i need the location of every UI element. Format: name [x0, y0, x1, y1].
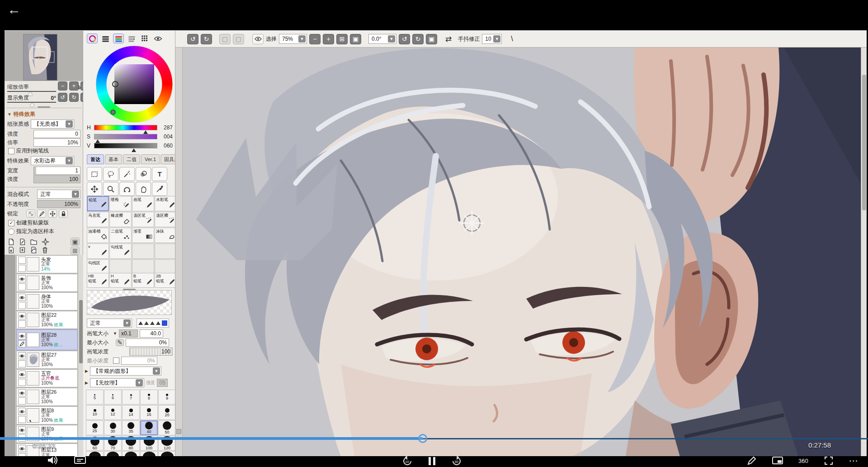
- rotate-cw-icon[interactable]: ↻: [412, 34, 424, 44]
- forward-30-icon[interactable]: 30: [451, 455, 462, 467]
- apply-pen-row[interactable]: 应用到钢笔线: [8, 147, 49, 155]
- zoom-icon[interactable]: [103, 182, 118, 196]
- color-mixer-icon[interactable]: [126, 33, 137, 43]
- tool-tab[interactable]: Ver.1: [141, 154, 160, 164]
- rotate-icon[interactable]: [119, 182, 135, 196]
- lock-move-icon[interactable]: [48, 210, 57, 218]
- layer-row[interactable]: 身体 正常 100%: [16, 292, 78, 310]
- brush-size-12[interactable]: 12: [104, 405, 122, 420]
- tip-shape-triangle[interactable]: [156, 321, 160, 325]
- apply-layer-icon[interactable]: [30, 246, 38, 256]
- layer-row[interactable]: 图层28 正常 100% 效...: [16, 329, 78, 350]
- brush-size-16[interactable]: 16: [140, 405, 158, 420]
- layer-thumbnail[interactable]: [27, 294, 39, 309]
- layer-pencil-slot[interactable]: [18, 283, 26, 291]
- clip-mask-checkbox[interactable]: ✓: [8, 220, 14, 226]
- layer-row[interactable]: 图层22 正常 100% 效果: [16, 311, 78, 329]
- layer-pencil-slot[interactable]: [18, 340, 26, 348]
- layer-row[interactable]: 装饰 正常 100%: [16, 274, 78, 292]
- layer-thumbnail[interactable]: [27, 353, 39, 367]
- stabilizer-dropdown[interactable]: 10 ▼: [482, 34, 502, 44]
- brush-size-200[interactable]: 200: [104, 451, 122, 456]
- sat-slider[interactable]: [94, 134, 157, 139]
- apply-pen-checkbox[interactable]: [8, 148, 14, 154]
- color-wheel-icon[interactable]: [87, 33, 98, 43]
- brush-size-6[interactable]: 6: [104, 390, 122, 405]
- effect-strength-slider[interactable]: 100: [33, 175, 80, 183]
- chevron-right-icon[interactable]: ▶: [85, 369, 88, 373]
- layer-row[interactable]: 图层26 正常 100%: [16, 388, 78, 406]
- reset-rotation-icon[interactable]: ▣: [426, 34, 437, 44]
- density-slider[interactable]: 100: [129, 348, 173, 356]
- nav-zoom-in-button[interactable]: +: [69, 81, 79, 91]
- layer-pencil-slot[interactable]: [18, 302, 26, 309]
- video-progress-bar-played[interactable]: [0, 437, 423, 440]
- tool-tab[interactable]: 固具风: [160, 154, 175, 164]
- lasso-icon[interactable]: [103, 167, 118, 181]
- pip-icon[interactable]: [772, 456, 783, 465]
- layer-visibility-toggle[interactable]: [18, 312, 26, 319]
- tip-shape-triangle[interactable]: [138, 321, 143, 325]
- brush-v[interactable]: v: [87, 243, 109, 259]
- layer-visibility-toggle[interactable]: [18, 426, 26, 434]
- brush-size-20[interactable]: 20: [158, 405, 175, 420]
- stroke-style-icon[interactable]: \: [511, 35, 513, 43]
- brush-size-value[interactable]: 40.0: [140, 329, 163, 338]
- layer-visibility-toggle[interactable]: [18, 352, 26, 359]
- layer-pencil-slot[interactable]: [18, 416, 26, 423]
- pencil-variant-B[interactable]: B 铅笔: [132, 273, 154, 288]
- redo-icon[interactable]: ↻: [201, 34, 212, 44]
- color-eye-icon[interactable]: [152, 33, 163, 43]
- layer-row[interactable]: 图层8 正常 100% 效果: [16, 406, 78, 424]
- effects-header-row[interactable]: ▼ 特殊效果: [7, 110, 35, 118]
- video-progress-knob[interactable]: [418, 434, 427, 443]
- collapse-panel-icon[interactable]: [176, 429, 181, 434]
- brush-mode-dropdown[interactable]: 正常 ▼: [87, 319, 132, 328]
- brush-size-25[interactable]: 25: [86, 420, 104, 435]
- layer-list-scrollbar[interactable]: [79, 255, 83, 456]
- more-icon[interactable]: ⋯: [849, 455, 859, 466]
- rewind-10-icon[interactable]: 10: [401, 455, 413, 467]
- layer-visibility-toggle[interactable]: [18, 389, 26, 396]
- tip-shape-square[interactable]: [162, 320, 167, 326]
- pencil-variant-H[interactable]: H 铅笔: [109, 273, 132, 288]
- brush-橡皮擦[interactable]: 橡皮擦: [109, 212, 132, 227]
- brush-size-150[interactable]: 150: [86, 451, 104, 456]
- magic-wand-icon[interactable]: [119, 167, 135, 181]
- draw-icon[interactable]: [747, 456, 757, 466]
- layer-pencil-slot[interactable]: [18, 265, 26, 272]
- layer-visibility-toggle[interactable]: [18, 294, 26, 301]
- move-icon[interactable]: [87, 182, 102, 196]
- brush-size-8[interactable]: 8: [140, 390, 158, 405]
- layer-visibility-toggle[interactable]: [18, 408, 26, 415]
- canvas-zoom-dropdown[interactable]: 75% ▼: [279, 34, 307, 44]
- notes-icon[interactable]: [74, 456, 86, 465]
- actual-size-icon[interactable]: ▣: [350, 34, 361, 44]
- navigator-thumbnail[interactable]: [24, 34, 57, 80]
- layer-visibility-toggle[interactable]: [18, 257, 26, 264]
- brush-选区笔[interactable]: 选区笔: [132, 212, 154, 227]
- brush-size-400[interactable]: 400: [158, 451, 175, 456]
- brush-画笔[interactable]: 画笔: [132, 196, 154, 211]
- deform-icon[interactable]: [136, 167, 151, 181]
- min-density-value[interactable]: 0%: [121, 357, 157, 365]
- brush-勾线笔[interactable]: 勾线笔: [109, 243, 132, 259]
- brush-shape-dropdown[interactable]: 【常规的圆形】 ▼: [90, 367, 161, 376]
- pencil-variant-2B[interactable]: 2B 铅笔: [155, 273, 175, 288]
- brush-size-9[interactable]: 9: [158, 390, 175, 405]
- brush-size-35[interactable]: 35: [122, 420, 140, 435]
- pause-icon[interactable]: [429, 457, 435, 465]
- hand-icon[interactable]: [136, 182, 151, 196]
- rotate-ccw-icon[interactable]: ↺: [399, 34, 410, 44]
- paper-strength-input[interactable]: 0: [33, 130, 80, 138]
- nav-angle-slider-thumb[interactable]: [30, 103, 34, 106]
- brush-size-30[interactable]: 30: [104, 420, 122, 435]
- layer-visibility-toggle[interactable]: [18, 332, 26, 339]
- color-swatches-icon[interactable]: [139, 33, 150, 43]
- min-density-checkbox[interactable]: [113, 357, 119, 364]
- fullscreen-icon[interactable]: [824, 456, 834, 466]
- undo-icon[interactable]: ↺: [187, 34, 198, 44]
- brush-size-40[interactable]: 40: [140, 420, 158, 435]
- brush-size-250[interactable]: 250: [122, 451, 140, 456]
- zoom-in-icon[interactable]: +: [323, 34, 334, 44]
